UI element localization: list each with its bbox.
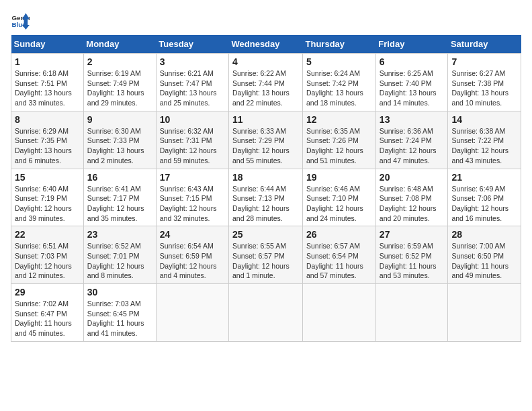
day-number: 28 xyxy=(451,229,517,240)
day-number: 6 xyxy=(380,56,445,67)
day-number: 15 xyxy=(15,172,80,183)
day-number: 7 xyxy=(451,56,517,67)
calendar-cell: 20Sunrise: 6:48 AM Sunset: 7:08 PM Dayli… xyxy=(375,169,448,226)
day-info: Sunrise: 7:02 AM Sunset: 6:47 PM Dayligh… xyxy=(15,299,80,338)
day-info: Sunrise: 6:46 AM Sunset: 7:10 PM Dayligh… xyxy=(306,184,372,224)
day-number: 30 xyxy=(87,287,152,298)
day-info: Sunrise: 6:40 AM Sunset: 7:19 PM Dayligh… xyxy=(15,184,80,224)
day-number: 13 xyxy=(380,114,445,125)
calendar-cell: 14Sunrise: 6:38 AM Sunset: 7:22 PM Dayli… xyxy=(448,111,521,169)
col-header-thursday: Thursday xyxy=(303,35,376,54)
day-info: Sunrise: 6:38 AM Sunset: 7:22 PM Dayligh… xyxy=(451,126,517,166)
day-number: 12 xyxy=(306,114,372,125)
day-info: Sunrise: 6:24 AM Sunset: 7:42 PM Dayligh… xyxy=(306,68,372,108)
col-header-wednesday: Wednesday xyxy=(229,35,303,54)
day-number: 1 xyxy=(15,56,80,67)
day-info: Sunrise: 6:52 AM Sunset: 7:01 PM Dayligh… xyxy=(87,241,152,281)
calendar-cell: 16Sunrise: 6:41 AM Sunset: 7:17 PM Dayli… xyxy=(83,169,156,226)
day-info: Sunrise: 6:18 AM Sunset: 7:51 PM Dayligh… xyxy=(15,68,80,108)
calendar-cell: 28Sunrise: 7:00 AM Sunset: 6:50 PM Dayli… xyxy=(448,226,521,284)
day-number: 3 xyxy=(160,56,225,67)
col-header-tuesday: Tuesday xyxy=(156,35,228,54)
day-info: Sunrise: 6:32 AM Sunset: 7:31 PM Dayligh… xyxy=(160,126,225,166)
calendar-cell: 26Sunrise: 6:57 AM Sunset: 6:54 PM Dayli… xyxy=(303,226,376,284)
day-info: Sunrise: 6:30 AM Sunset: 7:33 PM Dayligh… xyxy=(87,126,152,166)
day-number: 19 xyxy=(306,172,372,183)
day-number: 22 xyxy=(15,229,80,240)
day-info: Sunrise: 6:59 AM Sunset: 6:52 PM Dayligh… xyxy=(380,241,445,281)
calendar-cell: 7Sunrise: 6:27 AM Sunset: 7:38 PM Daylig… xyxy=(448,54,521,111)
day-number: 4 xyxy=(232,56,299,67)
day-number: 10 xyxy=(160,114,225,125)
calendar-cell: 8Sunrise: 6:29 AM Sunset: 7:35 PM Daylig… xyxy=(11,111,84,169)
day-number: 29 xyxy=(15,287,80,298)
day-info: Sunrise: 6:19 AM Sunset: 7:49 PM Dayligh… xyxy=(87,68,152,108)
calendar-cell: 15Sunrise: 6:40 AM Sunset: 7:19 PM Dayli… xyxy=(11,169,84,226)
day-info: Sunrise: 6:41 AM Sunset: 7:17 PM Dayligh… xyxy=(87,184,152,224)
day-info: Sunrise: 6:36 AM Sunset: 7:24 PM Dayligh… xyxy=(380,126,445,166)
calendar-cell: 13Sunrise: 6:36 AM Sunset: 7:24 PM Dayli… xyxy=(375,111,448,169)
day-info: Sunrise: 6:25 AM Sunset: 7:40 PM Dayligh… xyxy=(380,68,445,108)
calendar-cell: 10Sunrise: 6:32 AM Sunset: 7:31 PM Dayli… xyxy=(156,111,228,169)
col-header-monday: Monday xyxy=(83,35,156,54)
col-header-sunday: Sunday xyxy=(11,35,84,54)
day-info: Sunrise: 6:44 AM Sunset: 7:13 PM Dayligh… xyxy=(232,184,299,224)
day-info: Sunrise: 6:57 AM Sunset: 6:54 PM Dayligh… xyxy=(306,241,372,281)
day-number: 25 xyxy=(232,229,299,240)
day-info: Sunrise: 6:49 AM Sunset: 7:06 PM Dayligh… xyxy=(451,184,517,224)
day-info: Sunrise: 6:29 AM Sunset: 7:35 PM Dayligh… xyxy=(15,126,80,166)
day-info: Sunrise: 6:43 AM Sunset: 7:15 PM Dayligh… xyxy=(160,184,225,224)
calendar-cell xyxy=(229,284,303,342)
calendar-cell: 4Sunrise: 6:22 AM Sunset: 7:44 PM Daylig… xyxy=(229,54,303,111)
page-header: General Blue xyxy=(11,11,521,30)
day-number: 2 xyxy=(87,56,152,67)
calendar-cell: 9Sunrise: 6:30 AM Sunset: 7:33 PM Daylig… xyxy=(83,111,156,169)
day-number: 5 xyxy=(306,56,372,67)
day-number: 18 xyxy=(232,172,299,183)
day-number: 24 xyxy=(160,229,225,240)
day-number: 26 xyxy=(306,229,372,240)
calendar-cell: 18Sunrise: 6:44 AM Sunset: 7:13 PM Dayli… xyxy=(229,169,303,226)
calendar-cell xyxy=(156,284,228,342)
day-number: 16 xyxy=(87,172,152,183)
logo-icon: General Blue xyxy=(11,11,30,30)
day-number: 21 xyxy=(451,172,517,183)
day-info: Sunrise: 7:03 AM Sunset: 6:45 PM Dayligh… xyxy=(87,299,152,338)
calendar-cell xyxy=(375,284,448,342)
logo: General Blue xyxy=(11,11,34,30)
calendar-cell: 3Sunrise: 6:21 AM Sunset: 7:47 PM Daylig… xyxy=(156,54,228,111)
day-info: Sunrise: 6:54 AM Sunset: 6:59 PM Dayligh… xyxy=(160,241,225,281)
day-number: 20 xyxy=(380,172,445,183)
calendar-cell: 11Sunrise: 6:33 AM Sunset: 7:29 PM Dayli… xyxy=(229,111,303,169)
calendar-cell xyxy=(448,284,521,342)
calendar-cell: 19Sunrise: 6:46 AM Sunset: 7:10 PM Dayli… xyxy=(303,169,376,226)
calendar-cell: 12Sunrise: 6:35 AM Sunset: 7:26 PM Dayli… xyxy=(303,111,376,169)
calendar-cell: 23Sunrise: 6:52 AM Sunset: 7:01 PM Dayli… xyxy=(83,226,156,284)
day-info: Sunrise: 7:00 AM Sunset: 6:50 PM Dayligh… xyxy=(451,241,517,281)
calendar-cell: 5Sunrise: 6:24 AM Sunset: 7:42 PM Daylig… xyxy=(303,54,376,111)
day-info: Sunrise: 6:21 AM Sunset: 7:47 PM Dayligh… xyxy=(160,68,225,108)
calendar-table: SundayMondayTuesdayWednesdayThursdayFrid… xyxy=(11,35,521,342)
day-number: 14 xyxy=(451,114,517,125)
day-number: 8 xyxy=(15,114,80,125)
calendar-cell: 27Sunrise: 6:59 AM Sunset: 6:52 PM Dayli… xyxy=(375,226,448,284)
calendar-cell: 2Sunrise: 6:19 AM Sunset: 7:49 PM Daylig… xyxy=(83,54,156,111)
day-number: 11 xyxy=(232,114,299,125)
calendar-cell: 6Sunrise: 6:25 AM Sunset: 7:40 PM Daylig… xyxy=(375,54,448,111)
calendar-cell: 25Sunrise: 6:55 AM Sunset: 6:57 PM Dayli… xyxy=(229,226,303,284)
day-info: Sunrise: 6:35 AM Sunset: 7:26 PM Dayligh… xyxy=(306,126,372,166)
col-header-saturday: Saturday xyxy=(448,35,521,54)
calendar-cell xyxy=(303,284,376,342)
calendar-cell: 1Sunrise: 6:18 AM Sunset: 7:51 PM Daylig… xyxy=(11,54,84,111)
day-info: Sunrise: 6:27 AM Sunset: 7:38 PM Dayligh… xyxy=(451,68,517,108)
calendar-cell: 30Sunrise: 7:03 AM Sunset: 6:45 PM Dayli… xyxy=(83,284,156,342)
col-header-friday: Friday xyxy=(375,35,448,54)
day-info: Sunrise: 6:55 AM Sunset: 6:57 PM Dayligh… xyxy=(232,241,299,281)
calendar-cell: 22Sunrise: 6:51 AM Sunset: 7:03 PM Dayli… xyxy=(11,226,84,284)
day-info: Sunrise: 6:48 AM Sunset: 7:08 PM Dayligh… xyxy=(380,184,445,224)
calendar-cell: 17Sunrise: 6:43 AM Sunset: 7:15 PM Dayli… xyxy=(156,169,228,226)
calendar-cell: 21Sunrise: 6:49 AM Sunset: 7:06 PM Dayli… xyxy=(448,169,521,226)
day-number: 23 xyxy=(87,229,152,240)
day-number: 17 xyxy=(160,172,225,183)
day-number: 9 xyxy=(87,114,152,125)
